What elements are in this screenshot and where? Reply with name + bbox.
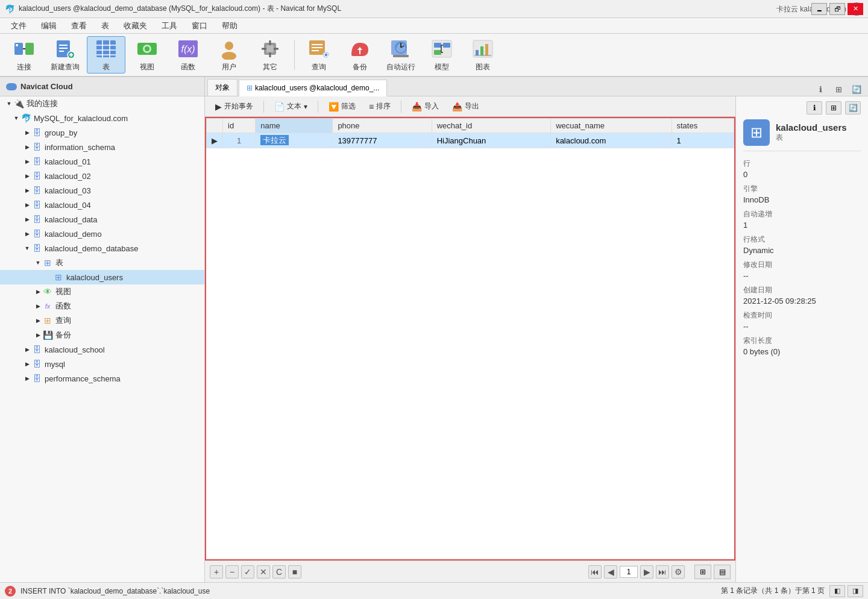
db-demo-db-arrow[interactable]: ▼ xyxy=(23,244,31,252)
tab-objects[interactable]: 对象 xyxy=(207,79,237,96)
menu-view[interactable]: 查看 xyxy=(65,19,93,33)
refresh-icon-btn[interactable]: 🔄 xyxy=(850,83,863,96)
resize-left-btn[interactable]: ◧ xyxy=(829,585,845,597)
menu-table[interactable]: 表 xyxy=(95,19,115,33)
toolbar-other[interactable]: 其它 xyxy=(251,36,289,74)
mysql-db-arrow[interactable]: ▶ xyxy=(23,360,31,368)
toolbar-model[interactable]: 模型 xyxy=(423,36,461,74)
nav-settings-btn[interactable]: ⚙ xyxy=(671,565,685,579)
text-btn[interactable]: 📄 文本 ▾ xyxy=(269,99,313,114)
view-grid-btn[interactable]: ⊞ xyxy=(694,565,711,579)
functions-arrow[interactable]: ▶ xyxy=(34,302,42,310)
resize-right-btn[interactable]: ◨ xyxy=(848,585,863,597)
grid-icon-btn[interactable]: ⊞ xyxy=(832,83,845,96)
col-header-wecuat_name[interactable]: wecuat_name xyxy=(551,119,671,133)
tab-table-data[interactable]: ⊞ kalacloud_users @kalacloud_demo_... xyxy=(239,80,387,96)
db-mysql[interactable]: ▶ 🗄 mysql xyxy=(0,357,204,371)
col-header-name[interactable]: name xyxy=(256,119,333,133)
db-data-arrow[interactable]: ▶ xyxy=(23,215,31,224)
toolbar-query[interactable]: 查询 xyxy=(300,36,338,74)
cell-name[interactable]: 卡拉云 xyxy=(256,133,333,148)
db-group_by-arrow[interactable]: ▶ xyxy=(23,128,31,137)
queries-arrow[interactable]: ▶ xyxy=(34,316,42,325)
db-information_schema[interactable]: ▶ 🗄 information_schema xyxy=(0,140,204,154)
db-04-arrow[interactable]: ▶ xyxy=(23,201,31,209)
toolbar-backup[interactable]: 备份 xyxy=(341,36,379,74)
cancel-edit-btn[interactable]: ✕ xyxy=(257,565,270,579)
cell-wecuat_name[interactable]: kalacloud.com xyxy=(551,133,671,148)
close-button[interactable]: ✕ xyxy=(848,3,863,15)
toolbar-new-query[interactable]: 新建查询 xyxy=(46,36,84,74)
refresh-btn[interactable]: C xyxy=(272,565,286,579)
col-header-phone[interactable]: phone xyxy=(333,119,432,133)
info-panel-refresh-btn[interactable]: 🔄 xyxy=(845,101,861,114)
menu-window[interactable]: 窗口 xyxy=(186,19,213,33)
db-kalacloud_data[interactable]: ▶ 🗄 kalacloud_data xyxy=(0,212,204,227)
nav-last-btn[interactable]: ⏭ xyxy=(656,565,669,579)
folder-tables[interactable]: ▼ ⊞ 表 xyxy=(0,256,204,270)
backup-arrow[interactable]: ▶ xyxy=(34,331,42,339)
views-arrow[interactable]: ▶ xyxy=(34,287,42,296)
col-header-wechat_id[interactable]: wechat_id xyxy=(432,119,550,133)
db-03-arrow[interactable]: ▶ xyxy=(23,186,31,195)
import-btn[interactable]: 📥 导入 xyxy=(406,99,444,114)
info-panel-info-btn[interactable]: ℹ xyxy=(807,101,822,114)
db-demo-arrow[interactable]: ▶ xyxy=(23,230,31,238)
perf-arrow[interactable]: ▶ xyxy=(23,374,31,383)
toolbar-function[interactable]: f(x) 函数 xyxy=(169,36,207,74)
my-connection-item[interactable]: ▼ 🔌 我的连接 xyxy=(0,96,204,111)
toolbar-table[interactable]: 表 xyxy=(87,36,125,74)
db-01-arrow[interactable]: ▶ xyxy=(23,157,31,166)
mysql-arrow[interactable]: ▼ xyxy=(12,114,20,122)
folder-functions[interactable]: ▶ fx 函数 xyxy=(0,299,204,313)
minimize-button[interactable]: 🗕 xyxy=(811,3,827,15)
cell-states[interactable]: 1 xyxy=(671,133,734,148)
remove-row-btn[interactable]: − xyxy=(225,565,239,579)
db-kalacloud_demo[interactable]: ▶ 🗄 kalacloud_demo xyxy=(0,227,204,241)
db-02-arrow[interactable]: ▶ xyxy=(23,172,31,180)
toolbar-user[interactable]: 用户 xyxy=(210,36,248,74)
toolbar-chart[interactable]: 图表 xyxy=(464,36,502,74)
filter-btn[interactable]: 🔽 筛选 xyxy=(323,99,361,114)
maximize-button[interactable]: 🗗 xyxy=(829,3,845,15)
view-form-btn[interactable]: ▤ xyxy=(714,565,731,579)
db-performance_schema[interactable]: ▶ 🗄 performance_schema xyxy=(0,371,204,386)
confirm-edit-btn[interactable]: ✓ xyxy=(241,565,254,579)
db-kalacloud_01[interactable]: ▶ 🗄 kalacloud_01 xyxy=(0,154,204,169)
nav-next-btn[interactable]: ▶ xyxy=(640,565,653,579)
begin-transaction-btn[interactable]: ▶ 开始事务 xyxy=(210,99,259,114)
toolbar-view[interactable]: 视图 xyxy=(128,36,166,74)
tables-arrow[interactable]: ▼ xyxy=(34,259,42,267)
export-btn[interactable]: 📤 导出 xyxy=(447,99,485,114)
folder-backup[interactable]: ▶ 💾 备份 xyxy=(0,328,204,342)
toolbar-auto-run[interactable]: 自动运行 xyxy=(382,36,420,74)
cell-phone[interactable]: 139777777 xyxy=(333,133,432,148)
db-group_by[interactable]: ▶ 🗄 group_by xyxy=(0,125,204,140)
col-header-id[interactable]: id xyxy=(223,119,256,133)
db-kalacloud_04[interactable]: ▶ 🗄 kalacloud_04 xyxy=(0,198,204,212)
menu-file[interactable]: 文件 xyxy=(5,19,33,33)
folder-queries[interactable]: ▶ ⊞ 查询 xyxy=(0,313,204,328)
sort-btn[interactable]: ≡ 排序 xyxy=(363,99,396,114)
cell-wechat_id[interactable]: HiJiangChuan xyxy=(432,133,550,148)
school-arrow[interactable]: ▶ xyxy=(23,345,31,354)
mysql-server-item[interactable]: ▼ 🐬 MySQL_for_kalacloud.com xyxy=(0,111,204,125)
nav-first-btn[interactable]: ⏮ xyxy=(588,565,602,579)
col-header-states[interactable]: states xyxy=(671,119,734,133)
stop-btn[interactable]: ■ xyxy=(288,565,301,579)
db-kalacloud_02[interactable]: ▶ 🗄 kalacloud_02 xyxy=(0,169,204,183)
nav-page-input[interactable] xyxy=(620,566,638,578)
add-row-btn[interactable]: + xyxy=(210,565,223,579)
info-panel-grid-btn[interactable]: ⊞ xyxy=(826,101,841,114)
folder-views[interactable]: ▶ 👁 视图 xyxy=(0,284,204,299)
table-row[interactable]: ▶ 1 卡拉云 139777777 HiJiangChuan kalacloud… xyxy=(207,133,734,148)
menu-favorites[interactable]: 收藏夹 xyxy=(118,19,153,33)
db-kalacloud_03[interactable]: ▶ 🗄 kalacloud_03 xyxy=(0,183,204,198)
cell-id[interactable]: 1 xyxy=(223,133,256,148)
db-kalacloud_school[interactable]: ▶ 🗄 kalacloud_school xyxy=(0,342,204,357)
tree-kalacloud_users[interactable]: ▶ ⊞ kalacloud_users xyxy=(0,270,204,284)
toolbar-connect[interactable]: 连接 xyxy=(5,36,43,74)
menu-tools[interactable]: 工具 xyxy=(156,19,183,33)
info-icon-btn[interactable]: ℹ xyxy=(814,83,827,96)
my-connection-arrow[interactable]: ▼ xyxy=(5,99,13,108)
